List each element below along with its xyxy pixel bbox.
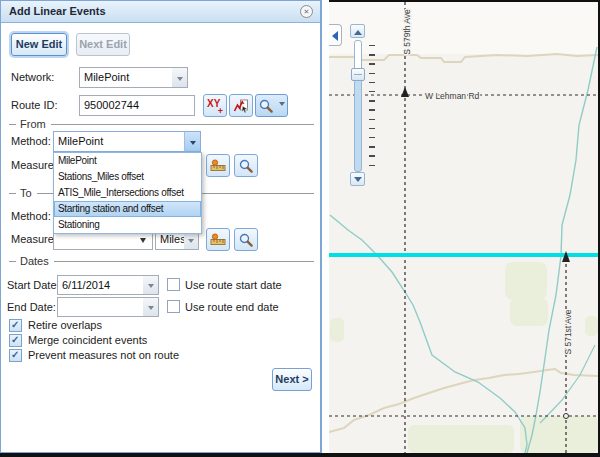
dropdown-item-starting-station-and-offset[interactable]: Starting station and offset	[54, 201, 201, 217]
dropdown-item-atis-mile-intersections-offset[interactable]: ATIS_Mile_Intersections offset	[54, 185, 201, 201]
magnifier-icon	[239, 233, 253, 247]
road-label-579th: S 579th Ave	[402, 9, 412, 55]
start-date-input[interactable]: 6/11/2014	[57, 275, 144, 295]
next-edit-button[interactable]: Next Edit	[76, 33, 130, 56]
combo-arrow-icon[interactable]	[140, 238, 146, 246]
to-measure-on-map-button[interactable]	[206, 228, 230, 251]
prevent-measures-checkbox[interactable]	[9, 349, 22, 362]
from-method-label: Method:	[11, 131, 51, 152]
end-date-input[interactable]	[57, 297, 144, 317]
use-route-start-date-label: Use route start date	[185, 275, 282, 295]
dropdown-item-milepoint[interactable]: MilePoint	[54, 153, 201, 169]
zoom-slider-ticks	[369, 45, 375, 173]
dropdown-item-stationing[interactable]: Stationing	[54, 217, 201, 233]
retire-overlaps-checkbox[interactable]	[9, 319, 22, 332]
xy-plus-icon: +	[218, 106, 223, 116]
application-window: Add Linear Events ✕ New Edit Next Edit N…	[0, 0, 600, 457]
panel-title: Add Linear Events	[9, 1, 106, 22]
zoom-out-icon[interactable]	[350, 172, 365, 186]
from-fieldset-legend: From	[9, 118, 314, 130]
close-icon[interactable]: ✕	[300, 5, 313, 18]
next-button[interactable]: Next >	[272, 368, 312, 391]
use-route-end-date-label: Use route end date	[185, 297, 279, 317]
chevron-down-icon	[279, 102, 285, 109]
ruler-marker-icon	[210, 233, 226, 247]
zoom-slider-track[interactable]	[354, 40, 362, 172]
dropdown-item-stations-miles-offset[interactable]: Stations_Miles offset	[54, 169, 201, 185]
end-date-trigger-icon[interactable]	[143, 297, 159, 317]
network-label: Network:	[11, 67, 54, 88]
network-dropdown-trigger-icon[interactable]	[172, 67, 188, 88]
from-measure-search-button[interactable]	[234, 154, 258, 177]
xy-coordinates-button[interactable]: XY +	[203, 94, 227, 117]
search-route-dropdown-button[interactable]	[255, 94, 288, 117]
new-edit-button[interactable]: New Edit	[11, 33, 67, 56]
road-label-lehman: W Lehman Rd	[425, 91, 480, 101]
zoom-in-icon[interactable]	[350, 24, 365, 38]
method-dropdown-list: MilePoint Stations_Miles offset ATIS_Mil…	[53, 152, 202, 234]
select-route-on-map-button[interactable]	[229, 94, 253, 117]
start-date-label: Start Date:	[7, 275, 60, 295]
prevent-measures-label: Prevent measures not on route	[28, 349, 179, 362]
zoom-slider-thumb[interactable]	[351, 68, 365, 81]
add-linear-events-panel: Add Linear Events ✕ New Edit Next Edit N…	[0, 0, 322, 453]
retire-overlaps-label: Retire overlaps	[28, 319, 102, 332]
panel-title-bar[interactable]: Add Linear Events ✕	[1, 1, 320, 23]
road-label-571st: S 571st Ave	[563, 309, 573, 354]
from-measure-on-map-button[interactable]	[206, 154, 230, 177]
use-route-end-date-checkbox[interactable]	[167, 300, 180, 313]
from-method-dropdown-trigger-icon[interactable]	[184, 131, 201, 152]
map-viewport[interactable]: W Lehman Rd S 579th Ave S 571st Ave	[329, 0, 600, 453]
magnifier-icon	[239, 159, 253, 173]
merge-coincident-events-label: Merge coincident events	[28, 334, 147, 347]
route-id-label: Route ID:	[11, 95, 57, 116]
dates-fieldset-legend: Dates	[9, 255, 314, 267]
magnifier-icon	[259, 99, 273, 113]
use-route-start-date-checkbox[interactable]	[167, 278, 180, 291]
from-measure-label: Measure:	[11, 155, 57, 176]
route-id-input[interactable]: 950002744	[79, 95, 195, 116]
to-measure-label: Measure:	[11, 229, 57, 250]
network-combobox[interactable]: MilePoint	[79, 67, 173, 88]
merge-coincident-events-checkbox[interactable]	[9, 334, 22, 347]
panel-map-splitter[interactable]	[322, 0, 329, 453]
start-date-trigger-icon[interactable]	[143, 275, 159, 295]
from-method-combobox[interactable]: MilePoint	[53, 131, 185, 152]
select-features-icon	[233, 98, 250, 114]
ruler-marker-icon	[210, 159, 226, 173]
end-date-label: End Date:	[7, 297, 56, 317]
to-method-label: Method:	[11, 206, 51, 227]
to-measure-search-button[interactable]	[234, 228, 258, 251]
collapse-panel-arrow-icon[interactable]	[329, 24, 342, 46]
